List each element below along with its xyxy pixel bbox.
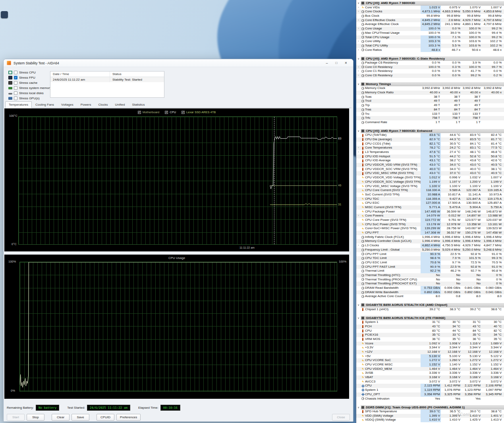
- cpuid-button[interactable]: CPUID: [97, 414, 114, 421]
- sensor-row[interactable]: CPU VDDIO_MEM1.464 V1.464 V1.464 V1.464 …: [356, 367, 504, 371]
- tab-unified[interactable]: Unified: [111, 102, 128, 108]
- sensor-row[interactable]: Core C1 Residency0.0 %0.0 %41.7 %0.0 %: [356, 69, 504, 73]
- checkbox[interactable]: [14, 76, 17, 79]
- sensor-row[interactable]: Core C0 Residency100.0 %0.3 %100.0 %99.7…: [356, 65, 504, 70]
- sensor-row[interactable]: CPU VDDCR_VDD VRM (SVI3 TFN)43.0 °C34.0 …: [356, 163, 504, 167]
- sensor-row[interactable]: CPU EDC Limit70.6 %9.7 %72.5 %70.5 %: [356, 261, 504, 265]
- sensor-row[interactable]: Frequency Limit - Global5,250.0 MHz5,029…: [356, 248, 504, 252]
- log-row[interactable]: 24/6/2025 11:11:22 am Stability Test: St…: [50, 77, 164, 82]
- sensor-row[interactable]: Thermal Throttling (PROCHOT EXT)NoNoNo0 …: [356, 282, 504, 286]
- sensor-row[interactable]: CPU VDDCR_VDD Voltage (SVI3 TFN)1.012 V0…: [356, 176, 504, 180]
- sensor-row[interactable]: VRM MOS36 °C35 °C36 °C35 °C: [356, 337, 504, 342]
- sensor-row[interactable]: CPU IOD Average43.1 °C38.2 °C43.8 °C42.6…: [356, 158, 504, 163]
- sensor-row[interactable]: CPU CCD1 (Tdie)82.1 °C30.5 °C84.1 °C81.4…: [356, 142, 504, 146]
- sensor-row[interactable]: Chipset 1 (xHCI)39.2 °C38.3 °C39.2 °C38.…: [356, 307, 504, 312]
- sensor-section-header[interactable]: CPU [#0]: AMD Ryzen 7 9800X3D: Enhanced: [356, 129, 504, 133]
- legend-checkbox[interactable]: [165, 111, 168, 114]
- expand-arrow-icon[interactable]: [356, 69, 361, 73]
- sensor-row[interactable]: Memory Clock Ratio40.00 x40.00 x40.00 x4…: [356, 91, 504, 95]
- stress-option-stress-fpu[interactable]: Stress FPU: [8, 75, 54, 80]
- sensor-row[interactable]: Memory Clock3,992.8 MHz3,992.8 MHz3,992.…: [356, 86, 504, 91]
- sensor-row[interactable]: CPU SoC Power (SVI3 TFN)13.178 W12.978 W…: [356, 222, 504, 227]
- sensor-row[interactable]: +5V5.130 V5.100 V5.130 V5.122 V: [356, 354, 504, 359]
- stress-option-stress-cache[interactable]: Stress cache: [8, 80, 54, 85]
- stress-option-stress-gpu-s-[interactable]: Stress GPU(s): [8, 96, 54, 101]
- checkbox[interactable]: [14, 81, 17, 85]
- sensor-row[interactable]: CPU Die (average)82.9 °C44.3 °C83.5 °C81…: [356, 137, 504, 142]
- sensor-section-header[interactable]: GIGABYTE B850 AORUS STEALTH ICE (AMD Chi…: [356, 303, 504, 307]
- sensor-row[interactable]: CPU Core Current (SVI3 TFN)118.330 A9.58…: [356, 188, 504, 193]
- sensor-row[interactable]: PCH43 °C34 °C43 °C40 °C: [356, 324, 504, 329]
- sensor-row[interactable]: CPU_OPT3,358 RPM3,325 RPM3,358 RPM3,345 …: [356, 392, 504, 397]
- sensor-row[interactable]: Core VIDs1.015 V0.975 V1.070 V1.007 V: [356, 6, 504, 10]
- expand-arrow-icon[interactable]: [356, 214, 361, 218]
- sensor-row[interactable]: Tcas38 T38 T38 T: [356, 95, 504, 99]
- sensor-row[interactable]: SoC Current (SVI3 TFN)10.988 A10.817 A11…: [356, 193, 504, 197]
- sensor-row[interactable]: CPU83 °C44 °C84 °C82 °C: [356, 329, 504, 333]
- sensor-row[interactable]: Core Ratios48.8 x46.7 x50.6 x48.6 x: [356, 48, 504, 52]
- preferences-button[interactable]: Preferences: [116, 414, 141, 421]
- sensor-row[interactable]: Bus Clock99.8 MHz99.8 MHz99.8 MHz99.8 MH…: [356, 14, 504, 18]
- sensor-row[interactable]: Core+SoC+MISC Power (SVI3 TFN)139.299 W2…: [356, 226, 504, 231]
- sensor-row[interactable]: DRAM Read Bandwidth0.753 GB/s0.006 GB/s0…: [356, 286, 504, 290]
- sensor-row[interactable]: Vcore1.092 V1.008 V1.116 V1.089 V: [356, 342, 504, 346]
- sensor-row[interactable]: VBAT3.168 V3.168 V3.168 V3.168 V: [356, 375, 504, 380]
- stress-option-stress-system-memory[interactable]: Stress system memory: [8, 85, 54, 91]
- sensor-row[interactable]: Total CPU Usage100.0 %7.1 %100.0 %99.2 %: [356, 35, 504, 40]
- sensor-row[interactable]: CPU IOD Hotspot51.5 °C44.2 °C52.8 °C50.8…: [356, 155, 504, 159]
- sensor-row[interactable]: VDDQ (SWB) Voltage1.410 V1.410 V1.425 V1…: [356, 418, 504, 422]
- sensor-row[interactable]: Core C6 Residency0.0 %0.0 %99.2 %0.2 %: [356, 73, 504, 78]
- sensor-row[interactable]: Memory Controller Clock (UCLK)1,996.4 MH…: [356, 239, 504, 243]
- sensor-row[interactable]: Core Powers14.079 W0.012 W14.897 W13.988…: [356, 214, 504, 218]
- desktop-icon[interactable]: [1, 11, 8, 18]
- sensor-row[interactable]: CPU VDD_MISC Voltage (SVI3 TFN)1.100 V1.…: [356, 184, 504, 189]
- collapse-chevron-icon[interactable]: [356, 406, 361, 409]
- tab-statistics[interactable]: Statistics: [128, 102, 148, 108]
- sensor-row[interactable]: Max CPU/Thread Usage100.0 %39.0 %100.0 %…: [356, 31, 504, 35]
- collapse-chevron-icon[interactable]: [356, 2, 361, 5]
- sensor-row[interactable]: CPU VDDCR_SOC VRM (SVI3 TFN)40.0 °C34.0 …: [356, 167, 504, 172]
- stress-option-stress-cpu[interactable]: Stress CPU: [8, 70, 54, 75]
- tab-voltages[interactable]: Voltages: [58, 102, 77, 108]
- sensor-row[interactable]: Thermal Throttling (HTC)NoNoNo0 %: [356, 273, 504, 278]
- expand-arrow-icon[interactable]: [356, 243, 361, 248]
- sensor-row[interactable]: System 131 °C30 °C31 °C30 °C: [356, 320, 504, 324]
- checkbox[interactable]: [14, 71, 17, 74]
- tab-powers[interactable]: Powers: [77, 102, 95, 108]
- sensor-row[interactable]: CPU Package Power147.495 W36.599 W148.24…: [356, 210, 504, 214]
- sensor-section-header[interactable]: Memory Timings: [356, 82, 504, 87]
- expand-arrow-icon[interactable]: [356, 48, 361, 52]
- sensor-row[interactable]: 3VSB3.336 V3.336 V3.336 V3.336 V: [356, 371, 504, 375]
- expand-arrow-icon[interactable]: [356, 18, 361, 23]
- sensor-section-header[interactable]: DDR5 DIMM [#1]: Team Group UDS-8000 (P0 …: [356, 405, 504, 409]
- expand-arrow-icon[interactable]: [356, 73, 361, 78]
- expand-arrow-icon[interactable]: [356, 65, 361, 70]
- collapse-chevron-icon[interactable]: [356, 129, 361, 133]
- sensor-row[interactable]: Thermal Limit92.2 %46.2 %92.7 %90.8 %: [356, 269, 504, 273]
- expand-arrow-icon[interactable]: [356, 150, 361, 155]
- sensor-row[interactable]: CPU PPT Limit90.9 %22.5 %92.8 %91.0 %: [356, 252, 504, 257]
- sensor-row[interactable]: L3 Temperatures47.6 °C27.4 °C48.1 °C46.8…: [356, 150, 504, 155]
- sensor-section-header[interactable]: CPU [#0]: AMD Ryzen 7 9800X3D: [356, 1, 504, 6]
- legend-checkbox[interactable]: [182, 111, 185, 114]
- sensor-row[interactable]: CPU PPT147.308 W36.517 W150.276 W147.458…: [356, 231, 504, 235]
- sensor-row[interactable]: Average Active Core Count8.00.88.08.0: [356, 294, 504, 299]
- expand-arrow-icon[interactable]: [356, 27, 361, 31]
- legend-checkbox[interactable]: [138, 111, 141, 114]
- sensor-row[interactable]: +12V12.168 V12.168 V12.168 V12.168 V: [356, 350, 504, 354]
- collapse-chevron-icon[interactable]: [356, 317, 361, 320]
- sensor-row[interactable]: Core Usage100.0 %0.0 %100.0 %99.2 %: [356, 27, 504, 31]
- collapse-chevron-icon[interactable]: [356, 83, 361, 86]
- sensor-row[interactable]: CPU (Tctl/Tdie)83.6 °C44.6 °C83.9 °C82.4…: [356, 133, 504, 137]
- tab-temperatures[interactable]: Temperatures: [5, 101, 32, 108]
- sensor-row[interactable]: Thermal Throttling (PROCHOT CPU)NoNoNo0 …: [356, 278, 504, 282]
- expand-arrow-icon[interactable]: [356, 10, 361, 14]
- sensor-row[interactable]: Infinity Fabric Clock (FCLK)1,996.4 MHz1…: [356, 235, 504, 240]
- sensor-row[interactable]: PCIEX1635 °C33 °C35 °C34 °C: [356, 333, 504, 337]
- sensor-row[interactable]: L3 Clocks4,862.4 MHz4,750.5 MHz4,929.7 M…: [356, 243, 504, 248]
- stop-button[interactable]: Stop: [27, 414, 44, 421]
- tab-cooling-fans[interactable]: Cooling Fans: [32, 102, 58, 108]
- close-icon[interactable]: [341, 60, 351, 66]
- sensor-row[interactable]: System 11,119 RPM1,076 RPM1,123 RPM1,097…: [356, 388, 504, 392]
- sensor-section-header[interactable]: GIGABYTE B850 AORUS STEALTH ICE (ITE IT8…: [356, 316, 504, 320]
